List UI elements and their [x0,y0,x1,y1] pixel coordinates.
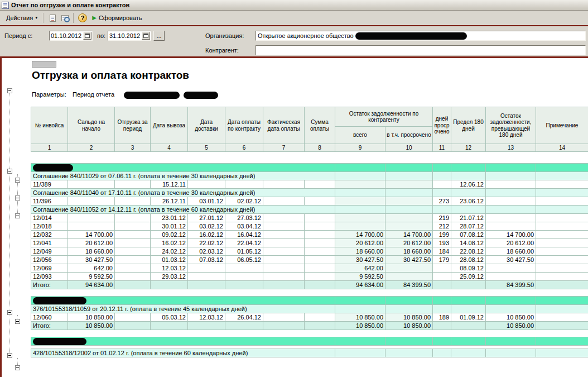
cell-col-13[interactable]: 10 850.00 [486,322,536,330]
cell-col-14[interactable] [536,197,588,206]
cell-col-4[interactable]: 05.03.12 [151,313,188,322]
cell-col-1[interactable]: Итого: [31,281,68,289]
cell-col-1[interactable]: 12/069 [31,264,68,273]
cell-col-5[interactable]: 03.02.12 [188,222,225,231]
cell-col-9[interactable] [335,197,385,206]
cell-col-11[interactable]: 179 [433,256,451,264]
cell-col-3[interactable] [115,273,151,281]
contragent-field[interactable] [256,45,586,55]
cell-col-2[interactable] [68,214,115,222]
cell-col-12[interactable]: 25.09.12 [451,273,486,281]
cell-col-9[interactable]: 10 850.00 [335,322,385,330]
cell-col-5[interactable] [188,281,225,289]
agreement-group-cell[interactable]: 376/10155318/11059 от 20.12.11 г. (оплат… [31,305,335,313]
cell-col-12[interactable]: 12.06.12 [451,180,486,189]
cell-col-7[interactable] [263,322,305,330]
agreement-group-cell[interactable]: Соглашение 840/11052 от 14.12.11 г. (опл… [31,206,335,214]
cell-col-2[interactable]: 642.00 [68,264,115,273]
cell-col-12[interactable]: 28.07.12 [451,222,486,231]
cell-col-14[interactable] [536,214,588,222]
cell-col-13[interactable] [486,273,536,281]
cell-col-6[interactable]: 27.03.12 [225,214,263,222]
collapse-toggle-agreement[interactable] [15,365,20,370]
help-button[interactable]: ? [76,12,89,23]
cell-col-3[interactable] [115,239,151,247]
cell-col-3[interactable] [115,197,151,206]
agreement-group-cell[interactable]: Соглашение 840/11029 от 07.06.11 г. (опл… [31,172,335,180]
cell-col-3[interactable] [115,322,151,330]
cell-col-13[interactable] [486,180,536,189]
period-to-field[interactable] [108,31,151,41]
cell-col-3[interactable] [115,247,151,256]
cell-col-4[interactable]: 12.03.12 [151,264,188,273]
cell-col-6[interactable]: 03.04.12 [225,222,263,231]
cell-col-4[interactable]: 26.12.11 [151,197,188,206]
cell-col-12[interactable] [451,322,486,330]
cell-col-8[interactable] [305,273,335,281]
cell-col-6[interactable] [225,322,263,330]
cell-col-4[interactable]: 16.02.12 [151,239,188,247]
period-more-button[interactable]: ... [153,31,165,41]
cell-col-14[interactable] [536,222,588,231]
cell-col-9[interactable] [335,180,385,189]
cell-col-2[interactable]: 20 612.00 [68,239,115,247]
cell-col-7[interactable] [263,281,305,289]
period-from-input[interactable] [50,32,83,39]
cell-col-12[interactable]: 08.09.12 [451,264,486,273]
cell-col-6[interactable]: 02.02.12 [225,197,263,206]
cell-col-3[interactable] [115,281,151,289]
cell-col-10[interactable]: 10 850.00 [385,322,433,330]
cell-col-9[interactable]: 30 427.50 [335,256,385,264]
actions-button[interactable]: Действия ▾ [3,13,41,23]
cell-col-5[interactable]: 16.02.12 [188,231,225,239]
cell-col-11[interactable]: 199 [433,231,451,239]
cell-col-1[interactable]: 11/396 [31,197,68,206]
cell-col-13[interactable] [486,197,536,206]
cell-col-10[interactable]: 20 612.00 [385,239,433,247]
cell-col-6[interactable]: 26.04.12 [225,313,263,322]
cell-col-2[interactable]: 18 660.00 [68,247,115,256]
cell-col-3[interactable] [115,214,151,222]
cell-col-6[interactable]: 22.04.12 [225,239,263,247]
cell-col-1[interactable]: 12/060 [31,313,68,322]
collapse-toggle-report[interactable] [7,88,12,93]
agreement-group-cell[interactable]: Соглашение 840/11040 от 17.10.11 г. (опл… [31,189,335,197]
cell-col-7[interactable] [263,256,305,264]
cell-col-1[interactable]: 12/014 [31,214,68,222]
cell-col-14[interactable] [536,239,588,247]
generate-button[interactable]: ▶ Сформировать [89,13,145,23]
cell-col-4[interactable]: 01.03.12 [151,256,188,264]
cell-col-11[interactable]: 193 [433,239,451,247]
cell-col-8[interactable] [305,264,335,273]
cell-col-8[interactable] [305,197,335,206]
cell-col-13[interactable]: 14 700.00 [486,231,536,239]
cell-col-2[interactable] [68,180,115,189]
cell-col-1[interactable]: 11/389 [31,180,68,189]
cell-col-1[interactable]: 12/041 [31,239,68,247]
cell-col-2[interactable]: 9 592.50 [68,273,115,281]
cell-col-2[interactable] [68,222,115,231]
cell-col-5[interactable] [188,273,225,281]
cell-col-5[interactable]: 27.01.12 [188,214,225,222]
cell-col-6[interactable]: 16.04.12 [225,231,263,239]
collapse-toggle-group[interactable] [7,353,12,358]
collapse-toggle-group[interactable] [7,169,12,174]
cell-col-4[interactable]: 15.12.11 [151,180,188,189]
cell-col-12[interactable]: 23.06.12 [451,197,486,206]
cell-col-8[interactable] [305,322,335,330]
cell-col-8[interactable] [305,231,335,239]
cell-col-1[interactable]: 12/018 [31,222,68,231]
cell-col-6[interactable] [225,281,263,289]
cell-col-2[interactable] [68,197,115,206]
cell-col-10[interactable]: 18 660.00 [385,247,433,256]
cell-col-14[interactable] [536,264,588,273]
cell-col-14[interactable] [536,281,588,289]
cell-col-2[interactable]: 94 634.00 [68,281,115,289]
cell-col-6[interactable] [225,264,263,273]
period-from-field[interactable] [49,31,93,41]
cell-col-8[interactable] [305,180,335,189]
period-to-input[interactable] [108,32,142,39]
cell-col-9[interactable]: 18 660.00 [335,247,385,256]
cell-col-7[interactable] [263,273,305,281]
cell-col-9[interactable] [335,214,385,222]
